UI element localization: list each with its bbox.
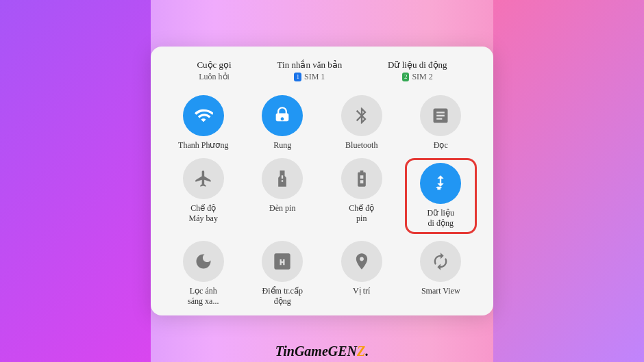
mobile-data-icon-circle	[420, 163, 461, 204]
tile-flashlight[interactable]: Đèn pin	[247, 158, 319, 234]
tile-location-label: Vị trí	[353, 286, 370, 297]
tile-row-1: Thanh Phương Rung Bluetooth	[167, 95, 477, 151]
tile-airplane-label: Chế độMáy bay	[189, 203, 218, 224]
watermark-game: Game	[295, 344, 328, 359]
filter-icon	[194, 252, 213, 271]
tile-sound-label: Rung	[273, 140, 291, 151]
sim1-badge: 1	[294, 73, 301, 81]
read-icon-circle	[420, 95, 461, 136]
flashlight-icon	[273, 169, 292, 188]
tile-bluetooth[interactable]: Bluetooth	[325, 95, 398, 151]
smartview-icon-circle	[420, 241, 461, 282]
battery-icon-circle	[341, 158, 382, 199]
sim2-badge: 2	[402, 73, 410, 81]
filter-icon-circle	[183, 241, 224, 282]
tile-read[interactable]: Đọc	[405, 95, 478, 151]
tile-row-2: Chế độMáy bay Đèn pin Chế độpin	[167, 158, 477, 234]
nfc-icon	[273, 252, 292, 271]
bluetooth-icon	[352, 106, 371, 125]
sound-icon	[273, 106, 292, 125]
read-icon	[431, 106, 450, 125]
location-icon	[352, 252, 371, 271]
smartview-icon	[431, 252, 450, 271]
watermark: TinGameGENZ.	[275, 344, 369, 359]
header-tin-nhan: Tin nhắn văn bản 1 SIM 1	[277, 59, 343, 83]
watermark-gen: GEN	[328, 344, 357, 359]
header-cuoc-goi: Cuộc gọi Luôn hỏi	[197, 59, 231, 83]
tile-mobile-data-label: Dữ liệudi động	[428, 208, 454, 229]
watermark-tin: Tin	[275, 344, 295, 359]
airplane-icon-circle	[183, 158, 224, 199]
location-icon-circle	[341, 241, 382, 282]
watermark-dot: .	[365, 344, 369, 359]
tile-wifi[interactable]: Thanh Phương	[167, 95, 240, 151]
battery-icon	[352, 169, 371, 188]
tile-filter[interactable]: Lọc ánhsáng xa...	[167, 241, 240, 307]
airplane-icon	[194, 169, 213, 188]
flashlight-icon-circle	[262, 158, 303, 199]
nfc-icon-circle	[262, 241, 303, 282]
wifi-icon-circle	[183, 95, 224, 136]
tile-nfc-label: Điểm tr.cấpđộng	[262, 286, 303, 307]
tile-filter-label: Lọc ánhsáng xa...	[188, 286, 219, 307]
tile-smartview[interactable]: Smart View	[405, 241, 478, 307]
wifi-icon	[194, 106, 213, 125]
bluetooth-icon-circle	[341, 95, 382, 136]
header-row: Cuộc gọi Luôn hỏi Tin nhắn văn bản 1 SIM…	[167, 59, 477, 83]
tile-read-label: Đọc	[434, 140, 448, 151]
bg-right	[493, 0, 644, 362]
mobile-data-icon	[431, 174, 450, 193]
quick-settings-panel: Cuộc gọi Luôn hỏi Tin nhắn văn bản 1 SIM…	[151, 47, 493, 315]
header-du-lieu: Dữ liệu di động 2 SIM 2	[388, 59, 447, 83]
tile-battery-label: Chế độpin	[349, 203, 374, 224]
tile-sound[interactable]: Rung	[247, 95, 319, 151]
tile-wifi-label: Thanh Phương	[178, 140, 228, 151]
tile-location[interactable]: Vị trí	[325, 241, 398, 307]
watermark-z: Z	[357, 344, 365, 359]
tile-row-3: Lọc ánhsáng xa... Điểm tr.cấpđộng Vị trí	[167, 241, 477, 307]
tile-battery[interactable]: Chế độpin	[325, 158, 398, 234]
tile-smartview-label: Smart View	[421, 286, 460, 297]
tile-mobile-data[interactable]: Dữ liệudi động	[405, 158, 478, 234]
bg-left	[0, 0, 151, 362]
sound-icon-circle	[262, 95, 303, 136]
tile-bluetooth-label: Bluetooth	[345, 140, 377, 151]
tile-flashlight-label: Đèn pin	[269, 203, 295, 214]
tile-nfc[interactable]: Điểm tr.cấpđộng	[247, 241, 319, 307]
tile-airplane[interactable]: Chế độMáy bay	[167, 158, 240, 234]
